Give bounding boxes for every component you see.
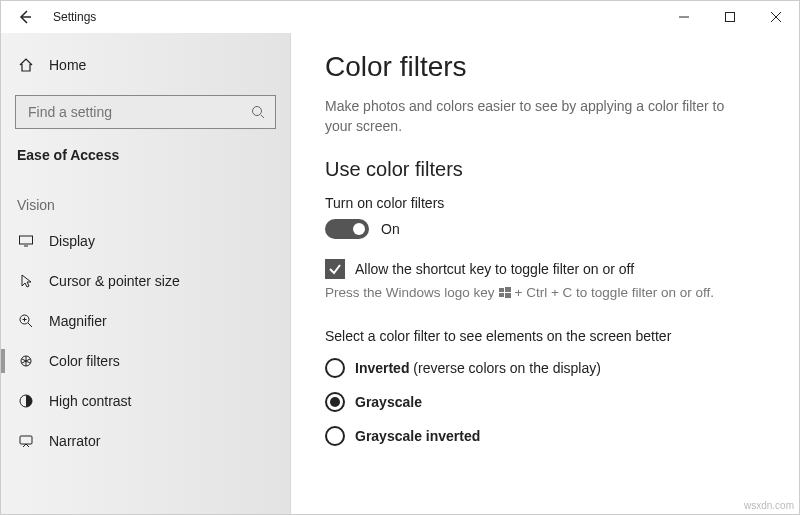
search-icon bbox=[251, 105, 265, 119]
back-button[interactable] bbox=[1, 1, 49, 33]
page-description: Make photos and colors easier to see by … bbox=[325, 97, 745, 136]
sidebar-group-header: Ease of Access bbox=[1, 147, 290, 163]
color-filters-toggle[interactable] bbox=[325, 219, 369, 239]
hint-post: + Ctrl + C to toggle filter on or off. bbox=[515, 285, 714, 300]
search-box[interactable] bbox=[15, 95, 276, 129]
svg-rect-2 bbox=[20, 236, 33, 244]
search-input[interactable] bbox=[26, 103, 251, 121]
sidebar: Home Ease of Access Vision Display Curso… bbox=[1, 33, 291, 514]
home-icon bbox=[17, 56, 35, 74]
toggle-label: Turn on color filters bbox=[325, 195, 765, 211]
minimize-icon bbox=[679, 12, 689, 22]
sidebar-item-display[interactable]: Display bbox=[1, 221, 290, 261]
sidebar-item-high-contrast[interactable]: High contrast bbox=[1, 381, 290, 421]
radio-label: Grayscale inverted bbox=[355, 428, 480, 444]
titlebar: Settings bbox=[1, 1, 799, 33]
svg-rect-10 bbox=[505, 293, 511, 298]
svg-point-1 bbox=[253, 107, 262, 116]
svg-rect-8 bbox=[505, 287, 511, 292]
cursor-icon bbox=[17, 272, 35, 290]
section-heading: Use color filters bbox=[325, 158, 765, 181]
radio-label: Grayscale bbox=[355, 394, 422, 410]
high-contrast-icon bbox=[17, 392, 35, 410]
checkbox-label: Allow the shortcut key to toggle filter … bbox=[355, 261, 634, 277]
watermark: wsxdn.com bbox=[744, 500, 794, 511]
sidebar-item-color-filters[interactable]: Color filters bbox=[1, 341, 290, 381]
minimize-button[interactable] bbox=[661, 1, 707, 33]
sidebar-item-label: Magnifier bbox=[49, 313, 107, 329]
radio-grayscale-inverted[interactable]: Grayscale inverted bbox=[325, 426, 765, 446]
sidebar-item-label: Display bbox=[49, 233, 95, 249]
sidebar-item-narrator[interactable]: Narrator bbox=[1, 421, 290, 461]
close-button[interactable] bbox=[753, 1, 799, 33]
sidebar-item-label: Color filters bbox=[49, 353, 120, 369]
home-nav[interactable]: Home bbox=[1, 45, 290, 85]
svg-rect-7 bbox=[499, 288, 504, 292]
radio-grayscale[interactable]: Grayscale bbox=[325, 392, 765, 412]
radio-button[interactable] bbox=[325, 358, 345, 378]
maximize-button[interactable] bbox=[707, 1, 753, 33]
svg-rect-9 bbox=[499, 293, 504, 297]
radio-button[interactable] bbox=[325, 392, 345, 412]
sidebar-item-label: Narrator bbox=[49, 433, 100, 449]
narrator-icon bbox=[17, 432, 35, 450]
display-icon bbox=[17, 232, 35, 250]
magnifier-icon bbox=[17, 312, 35, 330]
radio-prompt: Select a color filter to see elements on… bbox=[325, 328, 765, 344]
hint-pre: Press the Windows logo key bbox=[325, 285, 495, 300]
window-title: Settings bbox=[49, 10, 96, 24]
toggle-state-text: On bbox=[381, 221, 400, 237]
radio-label: Inverted (reverse colors on the display) bbox=[355, 360, 601, 376]
radio-inverted[interactable]: Inverted (reverse colors on the display) bbox=[325, 358, 765, 378]
windows-logo-icon bbox=[499, 287, 511, 299]
home-label: Home bbox=[49, 57, 86, 73]
sidebar-item-label: Cursor & pointer size bbox=[49, 273, 180, 289]
main-panel: Color filters Make photos and colors eas… bbox=[291, 33, 799, 514]
page-title: Color filters bbox=[325, 51, 765, 83]
sidebar-item-cursor[interactable]: Cursor & pointer size bbox=[1, 261, 290, 301]
shortcut-hint: Press the Windows logo key + Ctrl + C to… bbox=[325, 285, 765, 300]
check-icon bbox=[328, 262, 342, 276]
color-filters-icon bbox=[17, 352, 35, 370]
back-arrow-icon bbox=[17, 9, 33, 25]
sidebar-item-magnifier[interactable]: Magnifier bbox=[1, 301, 290, 341]
close-icon bbox=[771, 12, 781, 22]
shortcut-checkbox[interactable] bbox=[325, 259, 345, 279]
maximize-icon bbox=[725, 12, 735, 22]
sidebar-category: Vision bbox=[1, 177, 290, 221]
sidebar-item-label: High contrast bbox=[49, 393, 131, 409]
radio-button[interactable] bbox=[325, 426, 345, 446]
svg-rect-0 bbox=[726, 13, 735, 22]
svg-rect-6 bbox=[20, 436, 32, 444]
